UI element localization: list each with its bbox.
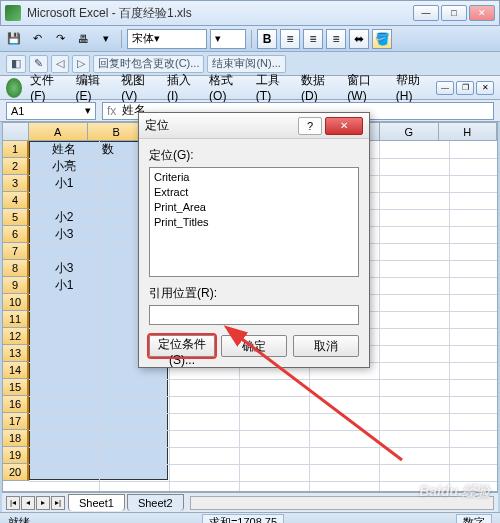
row-header[interactable]: 17 bbox=[3, 413, 29, 430]
menu-insert[interactable]: 插入(I) bbox=[161, 70, 201, 105]
ok-button[interactable]: 确定 bbox=[221, 335, 287, 357]
track-changes-icon[interactable]: ◧ bbox=[6, 55, 26, 73]
window-titlebar: Microsoft Excel - 百度经验1.xls — □ ✕ bbox=[0, 0, 500, 26]
row-header[interactable]: 19 bbox=[3, 447, 29, 464]
menu-bar: 文件(F) 编辑(E) 视图(V) 插入(I) 格式(O) 工具(T) 数据(D… bbox=[0, 76, 500, 100]
font-name-select[interactable]: 宋体▾ bbox=[127, 29, 207, 49]
menu-format[interactable]: 格式(O) bbox=[203, 70, 248, 105]
window-title: Microsoft Excel - 百度经验1.xls bbox=[27, 5, 413, 22]
goto-list-item[interactable]: Print_Area bbox=[154, 200, 354, 215]
sheet-tab-2[interactable]: Sheet2 bbox=[127, 494, 184, 511]
dialog-close-button[interactable]: ✕ bbox=[325, 117, 363, 135]
sheet-tab-1[interactable]: Sheet1 bbox=[68, 494, 125, 511]
column-header[interactable]: G bbox=[380, 123, 439, 141]
menu-data[interactable]: 数据(D) bbox=[295, 70, 339, 105]
cell[interactable]: 小3 bbox=[29, 260, 99, 277]
special-button[interactable]: 定位条件(S)... bbox=[149, 335, 215, 357]
watermark: Baidu 经验 bbox=[419, 483, 490, 501]
menu-help[interactable]: 帮助(H) bbox=[390, 70, 434, 105]
office-button-icon[interactable] bbox=[6, 78, 22, 98]
menu-view[interactable]: 视图(V) bbox=[115, 70, 159, 105]
row-header[interactable]: 13 bbox=[3, 345, 29, 362]
cell[interactable]: 小3 bbox=[29, 226, 99, 243]
window-close-button[interactable]: ✕ bbox=[469, 5, 495, 21]
workbook-restore-button[interactable]: ❐ bbox=[456, 81, 474, 95]
sheet-nav-prev-icon[interactable]: ◂ bbox=[21, 496, 35, 510]
reference-input[interactable] bbox=[149, 305, 359, 325]
goto-dialog: 定位 ? ✕ 定位(G): CriteriaExtractPrint_AreaP… bbox=[138, 112, 370, 368]
bold-button[interactable]: B bbox=[257, 29, 277, 49]
cell[interactable]: 小1 bbox=[29, 277, 99, 294]
cell[interactable]: 小2 bbox=[29, 209, 99, 226]
menu-file[interactable]: 文件(F) bbox=[24, 70, 67, 105]
column-header[interactable]: A bbox=[29, 123, 88, 141]
dropdown-icon[interactable]: ▾ bbox=[96, 29, 116, 49]
row-header[interactable]: 16 bbox=[3, 396, 29, 413]
status-bar: 就绪 求和=1708.75 数字 bbox=[0, 512, 500, 523]
name-box[interactable]: A1▾ bbox=[6, 102, 96, 120]
row-header[interactable]: 12 bbox=[3, 328, 29, 345]
cancel-button[interactable]: 取消 bbox=[293, 335, 359, 357]
dialog-help-button[interactable]: ? bbox=[298, 117, 322, 135]
menu-edit[interactable]: 编辑(E) bbox=[70, 70, 114, 105]
redo-icon[interactable]: ↷ bbox=[50, 29, 70, 49]
row-header[interactable]: 4 bbox=[3, 192, 29, 209]
cell[interactable]: 小亮 bbox=[29, 158, 99, 175]
save-icon[interactable]: 💾 bbox=[4, 29, 24, 49]
row-header[interactable]: 14 bbox=[3, 362, 29, 379]
goto-list-item[interactable]: Criteria bbox=[154, 170, 354, 185]
align-center-button[interactable]: ≡ bbox=[303, 29, 323, 49]
cell[interactable]: 姓名 bbox=[29, 141, 99, 158]
column-header[interactable]: H bbox=[439, 123, 498, 141]
row-header[interactable]: 1 bbox=[3, 141, 29, 158]
row-header[interactable]: 15 bbox=[3, 379, 29, 396]
goto-list[interactable]: CriteriaExtractPrint_AreaPrint_Titles bbox=[149, 167, 359, 277]
row-header[interactable]: 5 bbox=[3, 209, 29, 226]
dialog-titlebar[interactable]: 定位 ? ✕ bbox=[139, 113, 369, 139]
row-header[interactable]: 7 bbox=[3, 243, 29, 260]
font-size-select[interactable]: ▾ bbox=[210, 29, 246, 49]
quick-access-toolbar: 💾 ↶ ↷ 🖶 ▾ 宋体▾ ▾ B ≡ ≡ ≡ ⬌ 🪣 bbox=[0, 26, 500, 52]
row-header[interactable]: 6 bbox=[3, 226, 29, 243]
row-header[interactable]: 2 bbox=[3, 158, 29, 175]
workbook-minimize-button[interactable]: — bbox=[436, 81, 454, 95]
goto-list-item[interactable]: Print_Titles bbox=[154, 215, 354, 230]
sheet-nav-next-icon[interactable]: ▸ bbox=[36, 496, 50, 510]
align-right-button[interactable]: ≡ bbox=[326, 29, 346, 49]
cell[interactable]: 小1 bbox=[29, 175, 99, 192]
dialog-title: 定位 bbox=[145, 117, 298, 134]
fill-color-button[interactable]: 🪣 bbox=[372, 29, 392, 49]
undo-icon[interactable]: ↶ bbox=[27, 29, 47, 49]
sheet-nav-first-icon[interactable]: |◂ bbox=[6, 496, 20, 510]
align-left-button[interactable]: ≡ bbox=[280, 29, 300, 49]
excel-app-icon bbox=[5, 5, 21, 21]
window-minimize-button[interactable]: — bbox=[413, 5, 439, 21]
status-sum: 求和=1708.75 bbox=[202, 514, 284, 523]
status-mode: 就绪 bbox=[8, 515, 30, 523]
menu-window[interactable]: 窗口(W) bbox=[341, 70, 387, 105]
workbook-close-button[interactable]: ✕ bbox=[476, 81, 494, 95]
status-numlock: 数字 bbox=[456, 514, 492, 523]
row-header[interactable]: 8 bbox=[3, 260, 29, 277]
row-header[interactable]: 9 bbox=[3, 277, 29, 294]
goto-list-item[interactable]: Extract bbox=[154, 185, 354, 200]
menu-tools[interactable]: 工具(T) bbox=[250, 70, 293, 105]
row-header[interactable]: 18 bbox=[3, 430, 29, 447]
reference-label: 引用位置(R): bbox=[149, 285, 359, 302]
row-header[interactable]: 3 bbox=[3, 175, 29, 192]
row-header[interactable]: 11 bbox=[3, 311, 29, 328]
row-header[interactable]: 10 bbox=[3, 294, 29, 311]
print-icon[interactable]: 🖶 bbox=[73, 29, 93, 49]
merge-cells-button[interactable]: ⬌ bbox=[349, 29, 369, 49]
sheet-nav-last-icon[interactable]: ▸| bbox=[51, 496, 65, 510]
select-all-corner[interactable] bbox=[3, 123, 29, 141]
window-maximize-button[interactable]: □ bbox=[441, 5, 467, 21]
row-header[interactable]: 20 bbox=[3, 464, 29, 481]
goto-list-label: 定位(G): bbox=[149, 147, 359, 164]
